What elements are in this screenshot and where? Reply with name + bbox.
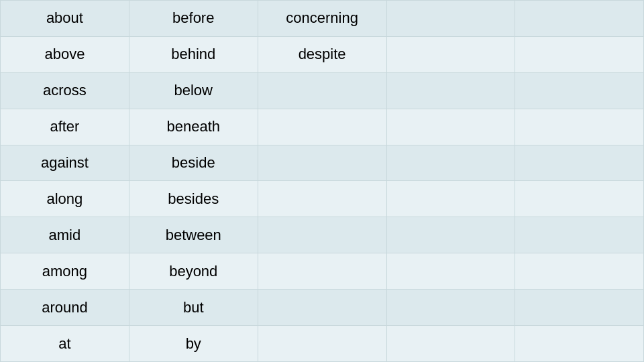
table-cell xyxy=(386,217,515,253)
table-row: aroundbut xyxy=(1,290,644,326)
table-cell: along xyxy=(1,181,129,217)
table-cell: concerning xyxy=(258,1,386,37)
table-row: abovebehinddespite xyxy=(1,36,644,72)
table-cell: before xyxy=(129,1,258,37)
table-row: aboutbeforeconcerning xyxy=(1,1,644,37)
table-cell: beyond xyxy=(129,253,258,290)
table-cell xyxy=(386,181,515,217)
table-cell xyxy=(258,217,386,253)
table-cell: above xyxy=(1,36,129,72)
table-cell xyxy=(386,72,515,109)
table-cell xyxy=(386,326,515,362)
table-cell: among xyxy=(1,253,129,290)
table-cell: behind xyxy=(129,36,258,72)
table-cell xyxy=(386,290,515,326)
table-cell xyxy=(515,181,644,217)
table-cell xyxy=(386,1,515,37)
table-cell: about xyxy=(1,1,129,37)
table-cell xyxy=(386,253,515,290)
table-cell xyxy=(258,326,386,362)
table-cell xyxy=(515,290,644,326)
table-cell: around xyxy=(1,290,129,326)
table-cell: but xyxy=(129,290,258,326)
table-cell: despite xyxy=(258,36,386,72)
table-row: atby xyxy=(1,326,644,362)
table-cell xyxy=(515,36,644,72)
table-row: againstbeside xyxy=(1,145,644,181)
table-row: alongbesides xyxy=(1,181,644,217)
table-cell: beneath xyxy=(129,109,258,145)
table-cell: after xyxy=(1,109,129,145)
table-cell xyxy=(386,36,515,72)
table-cell xyxy=(258,145,386,181)
table-cell: at xyxy=(1,326,129,362)
table-cell xyxy=(258,72,386,109)
table-cell xyxy=(515,217,644,253)
table-cell: by xyxy=(129,326,258,362)
table-cell: between xyxy=(129,217,258,253)
table-row: amidbetween xyxy=(1,217,644,253)
table-cell: across xyxy=(1,72,129,109)
table-cell xyxy=(386,145,515,181)
table-cell xyxy=(515,326,644,362)
table-row: amongbeyond xyxy=(1,253,644,290)
table-cell xyxy=(515,253,644,290)
table-row: acrossbelow xyxy=(1,72,644,109)
table-cell xyxy=(258,290,386,326)
table-cell: besides xyxy=(129,181,258,217)
table-cell xyxy=(386,109,515,145)
table-cell xyxy=(258,253,386,290)
table-cell xyxy=(258,109,386,145)
table-cell: below xyxy=(129,72,258,109)
table-row: afterbeneath xyxy=(1,109,644,145)
table-cell: amid xyxy=(1,217,129,253)
prepositions-table: aboutbeforeconcerningabovebehinddespitea… xyxy=(0,0,644,362)
table-cell xyxy=(515,72,644,109)
table-cell xyxy=(515,145,644,181)
table-cell xyxy=(515,1,644,37)
table-cell: beside xyxy=(129,145,258,181)
table-cell xyxy=(515,109,644,145)
table-cell: against xyxy=(1,145,129,181)
table-cell xyxy=(258,181,386,217)
